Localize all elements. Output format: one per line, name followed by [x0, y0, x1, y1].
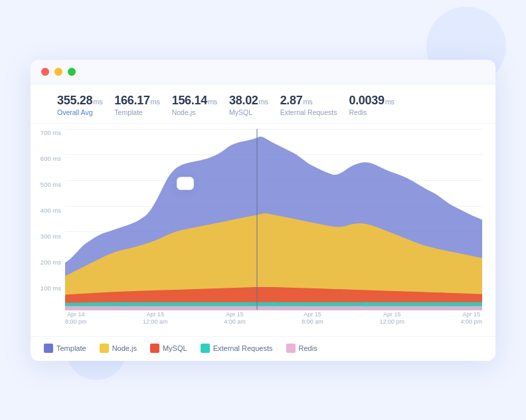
x-label-1: Apr 1512:00 am	[143, 311, 168, 336]
legend-item-1: Node.js	[100, 344, 137, 353]
legend-item-2: MySQL	[150, 344, 187, 353]
stat-sublabel-1: Template	[114, 108, 159, 116]
legend-label-0: Template	[56, 344, 86, 352]
stat-sublabel-3: MySQL	[229, 108, 268, 116]
stat-sublabel-2: Node.js	[172, 108, 217, 116]
x-label-0: Apr 148:00 pm	[65, 311, 87, 336]
traffic-light-red	[41, 68, 49, 76]
legend-item-4: Redis	[286, 344, 317, 353]
stat-sublabel-0: Overall Avg	[57, 108, 102, 116]
y-label-4: 300 ms	[31, 233, 61, 240]
legend-item-0: Template	[44, 344, 86, 353]
chart-area: 700 ms600 ms500 ms400 ms300 ms200 ms100 …	[31, 124, 495, 336]
stat-value-5: 0.0039ms	[349, 94, 394, 108]
x-axis: Apr 148:00 pmApr 1512:00 amApr 154:00 am…	[65, 311, 482, 336]
traffic-light-green	[68, 68, 76, 76]
legend: Template Node.js MySQL External Requests…	[31, 336, 495, 361]
stat-item-4: 2.87ms External Requests	[280, 94, 337, 116]
x-label-5: Apr 154:00 pm	[460, 311, 482, 336]
stat-item-0: 355.28ms Overall Avg	[57, 94, 102, 116]
y-label-5: 200 ms	[31, 259, 61, 266]
legend-label-1: Node.js	[112, 344, 137, 352]
legend-swatch-0	[44, 344, 53, 353]
traffic-light-yellow	[54, 68, 62, 76]
y-label-6: 100 ms	[31, 284, 61, 292]
y-axis: 700 ms600 ms500 ms400 ms300 ms200 ms100 …	[31, 124, 65, 316]
title-bar	[31, 60, 495, 84]
stat-value-3: 38.02ms	[229, 94, 268, 108]
stat-value-1: 166.17ms	[114, 94, 159, 108]
x-label-2: Apr 154:00 am	[224, 311, 246, 336]
y-label-2: 500 ms	[31, 181, 61, 188]
svg-point-3	[364, 302, 368, 306]
y-label-3: 400 ms	[31, 207, 61, 214]
stat-items: 355.28ms Overall Avg 166.17ms Template 1…	[57, 94, 406, 116]
stat-item-2: 156.14ms Node.js	[172, 94, 217, 116]
svg-point-1	[124, 302, 128, 306]
y-label-1: 600 ms	[31, 155, 61, 162]
legend-label-3: External Requests	[213, 344, 273, 352]
legend-item-3: External Requests	[201, 344, 273, 353]
x-label-4: Apr 1512:00 pm	[379, 311, 404, 336]
chart-svg	[65, 129, 482, 311]
legend-label-2: MySQL	[163, 344, 187, 352]
legend-swatch-1	[100, 344, 109, 353]
legend-label-4: Redis	[299, 344, 317, 352]
svg-point-2	[270, 302, 274, 306]
stat-value-2: 156.14ms	[172, 94, 217, 108]
stat-item-1: 166.17ms Template	[114, 94, 159, 116]
stat-sublabel-5: Redis	[349, 108, 394, 116]
legend-swatch-3	[201, 344, 210, 353]
stat-item-5: 0.0039ms Redis	[349, 94, 394, 116]
legend-swatch-4	[286, 344, 296, 353]
main-card: 355.28ms Overall Avg 166.17ms Template 1…	[31, 60, 495, 361]
stat-value-4: 2.87ms	[280, 94, 337, 108]
stats-row: 355.28ms Overall Avg 166.17ms Template 1…	[31, 84, 495, 124]
stat-item-3: 38.02ms MySQL	[229, 94, 268, 116]
y-label-0: 700 ms	[31, 129, 61, 136]
x-label-3: Apr 158:00 am	[302, 311, 323, 336]
legend-swatch-2	[150, 344, 159, 353]
stat-sublabel-4: External Requests	[280, 108, 337, 116]
stat-value-0: 355.28ms	[57, 94, 102, 108]
